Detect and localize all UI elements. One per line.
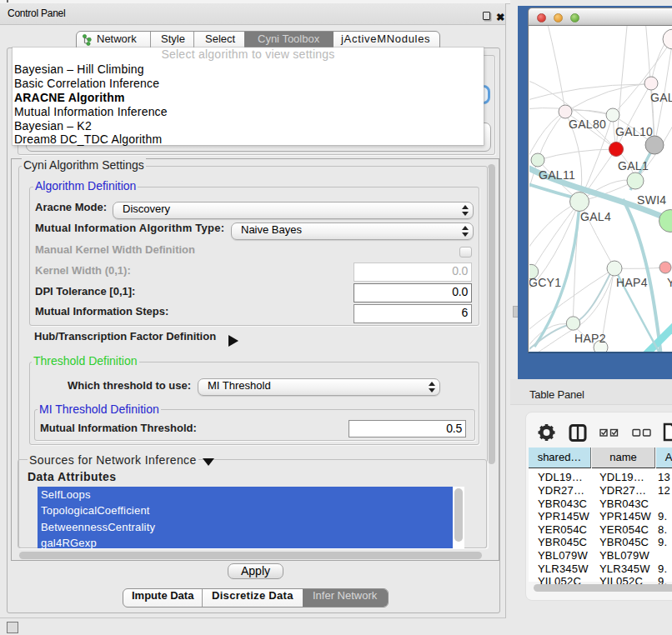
- svg-text:HAP4: HAP4: [616, 276, 648, 289]
- svg-text:Y: Y: [667, 276, 672, 289]
- svg-text:GAL4: GAL4: [580, 210, 611, 223]
- svg-text:GAL80: GAL80: [569, 118, 606, 131]
- svg-text:GAL11: GAL11: [539, 168, 575, 182]
- svg-text:GCY1: GCY1: [529, 276, 561, 289]
- svg-text:HAP2: HAP2: [574, 332, 606, 345]
- svg-text:GAL1: GAL1: [618, 159, 649, 172]
- svg-text:SWI4: SWI4: [637, 193, 666, 207]
- svg-text:GAL10: GAL10: [615, 125, 653, 138]
- svg-text:GAL7: GAL7: [650, 91, 672, 104]
